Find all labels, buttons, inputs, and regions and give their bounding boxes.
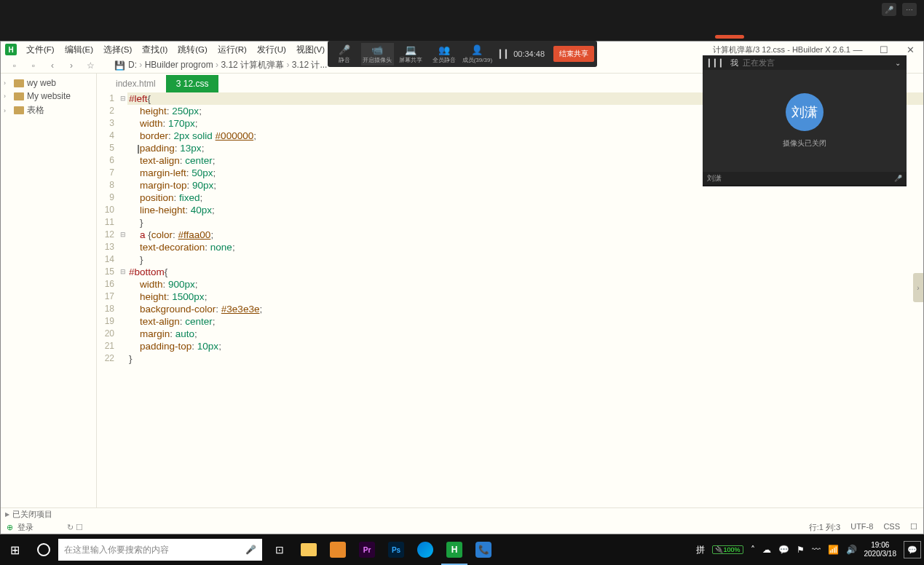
fold-toggle[interactable]: ☐ [910,522,917,533]
code-line[interactable]: #bottom{ [127,266,923,278]
breadcrumb-item[interactable]: HBuilder progrom [145,60,213,70]
folder-icon [14,106,24,114]
code-line[interactable]: background-color: #3e3e3e; [127,303,923,315]
volume-icon[interactable]: 🔊 [846,545,857,555]
menu-item[interactable]: 选择(S) [98,44,137,55]
flag-icon[interactable]: ⚑ [797,545,805,555]
battery-icon[interactable]: 🔌100% [712,545,743,554]
sidebar-item-label: 表格 [27,104,44,116]
menu-item[interactable]: 视图(V) [291,44,330,55]
app-icon[interactable] [323,534,352,565]
login-link[interactable]: 登录 [17,522,33,533]
ime-icon[interactable]: 拼 [696,544,705,556]
save-icon[interactable]: ▫ [24,60,43,71]
system-tray[interactable]: 拼 🔌100% ˄ ☁ 💬 ⚑ 〰 📶 🔊 19:06 2020/3/18 💬 [696,541,924,558]
sidebar-item[interactable]: ›wy web [1,76,96,90]
editor-tab[interactable]: 3 12.css [166,75,219,92]
windows-taskbar[interactable]: ⊞ 在这里输入你要搜索的内容 🎤 ⊡ Pr Ps H 📞 拼 🔌100% ˄ ☁… [0,534,924,565]
meeting-timer: ▎▎00:34:48 [494,50,550,59]
window-title: 计算机弹幕/3 12.css - HBuilder X 2.6.1 [713,44,850,55]
code-line[interactable]: width: 900px; [127,278,923,291]
meeting-button[interactable]: 🎤静音 [328,43,361,66]
star-icon[interactable]: ☆ [81,60,100,71]
user-icon[interactable]: ⊕ [7,523,13,532]
search-input[interactable]: 在这里输入你要搜索的内容 🎤 [58,539,262,561]
breadcrumb-item[interactable]: 3.12 计... [292,60,328,70]
task-view-icon[interactable]: ⊡ [265,534,294,565]
breadcrumb-item[interactable]: 3.12 计算机弹幕 [221,60,284,70]
menu-item[interactable]: 发行(U) [252,44,291,55]
sidebar-item-label: wy web [27,78,56,88]
chevron-down-icon[interactable]: ⌄ [895,59,901,67]
side-panel-handle[interactable]: › [913,273,923,302]
closed-projects-bar[interactable]: 已关闭项目 [1,507,923,521]
language-label[interactable]: CSS [883,522,900,533]
meeting-button-label: 静音 [339,56,350,64]
code-line[interactable]: text-decoration: none; [127,241,923,253]
chevron-up-icon[interactable]: ˄ [751,545,755,555]
participant-name: 刘潇 [707,173,722,183]
meeting-toolbar[interactable]: 🎤静音📹开启摄像头💻屏幕共享👥全员静音👤成员(39/39)▎▎00:34:48结… [328,41,597,67]
recording-indicator [715,35,744,39]
forward-button[interactable]: › [62,60,81,71]
meeting-button[interactable]: 📹开启摄像头 [361,43,395,66]
meeting-button-icon: 👤 [471,44,483,55]
network-icon[interactable]: 📶 [828,545,839,555]
code-line[interactable]: text-align: center; [127,315,923,328]
code-line[interactable]: padding-top: 10px; [127,340,923,352]
menu-item[interactable]: 运行(R) [213,44,252,55]
code-line[interactable]: line-height: 40px; [127,204,923,216]
camera-off-label: 摄像头已关闭 [783,138,826,149]
code-line[interactable]: } [127,352,923,365]
mic-icon[interactable]: 🎤 [245,545,256,555]
drive-icon: 💾 [114,60,125,71]
sync-icon[interactable]: ↻ ☐ [67,523,83,532]
meeting-button-label: 屏幕共享 [399,56,422,64]
browser-chrome-dark: 🎤 ⋯ [0,0,924,41]
end-share-button[interactable]: 结束共享 [553,46,594,62]
meeting-button[interactable]: 👤成员(39/39) [461,43,494,66]
speaking-label: 正在发言 [743,58,775,68]
meeting-button[interactable]: 💻屏幕共享 [394,43,427,66]
notification-icon[interactable]: 💬 [904,541,921,558]
menu-item[interactable]: 编辑(E) [60,44,98,55]
wave-icon[interactable]: 〰 [812,545,821,555]
start-button[interactable]: ⊞ [0,534,29,565]
project-sidebar[interactable]: ›wy web›My website›表格 [1,74,97,507]
meeting-button[interactable]: 👥全员静音 [427,43,461,66]
wechat-icon[interactable]: 💬 [778,545,789,555]
meeting-button-icon: 🎤 [339,44,350,55]
premiere-icon[interactable]: Pr [352,534,382,565]
editor-tab[interactable]: index.html [106,75,166,92]
breadcrumb-item[interactable]: D: [128,60,137,70]
hbuilder-icon[interactable]: H [440,534,469,565]
code-line[interactable]: a {color: #ffaa00; [127,229,923,241]
edge-icon[interactable] [411,534,440,565]
cortana-button[interactable] [29,534,58,565]
cloud-icon[interactable]: ☁ [762,545,771,555]
new-file-icon[interactable]: ▫ [5,60,24,71]
menu-icon[interactable]: ⋯ [902,3,917,16]
menu-item[interactable]: 文件(F) [21,44,60,55]
sidebar-item[interactable]: ›My website [1,90,96,103]
avatar: 刘潇 [786,93,824,131]
mic-icon: 🎤 [894,175,902,182]
video-panel[interactable]: ▎▎▎ 我 正在发言 ⌄ 刘潇 摄像头已关闭 刘潇 🎤 [703,55,907,186]
code-line[interactable]: } [127,216,923,229]
clock[interactable]: 19:06 2020/3/18 [864,541,897,558]
encoding-label[interactable]: UTF-8 [850,522,873,533]
meeting-button-label: 开启摄像头 [363,56,392,64]
code-line[interactable]: height: 1500px; [127,291,923,303]
menu-item[interactable]: 查找(I) [137,44,173,55]
back-button[interactable]: ‹ [43,60,62,71]
code-line[interactable]: margin: auto; [127,328,923,340]
menu-item[interactable]: 跳转(G) [173,44,213,55]
code-line[interactable]: } [127,253,923,266]
explorer-icon[interactable] [294,534,323,565]
mic-icon[interactable]: 🎤 [882,3,896,16]
meeting-app-icon[interactable]: 📞 [469,534,498,565]
code-line[interactable]: position: fixed; [127,191,923,204]
sidebar-item[interactable]: ›表格 [1,103,96,118]
meeting-button-icon: 💻 [405,44,416,55]
photoshop-icon[interactable]: Ps [382,534,411,565]
